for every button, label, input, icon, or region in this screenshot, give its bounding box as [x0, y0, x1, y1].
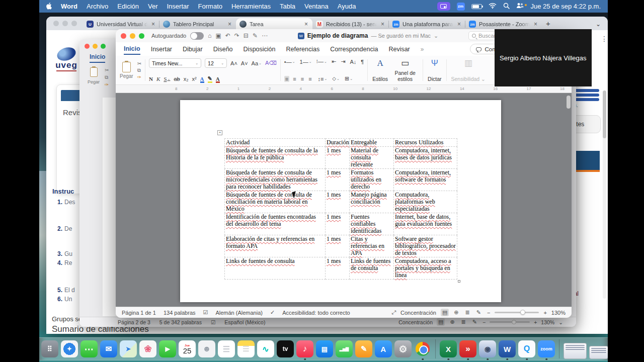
strikethrough-button[interactable]: ab — [174, 76, 180, 82]
table-cell[interactable]: 1 mes — [326, 147, 350, 169]
screen-share-icon[interactable] — [437, 2, 450, 11]
table-cell[interactable]: Elaboración de citas y referencias en fo… — [225, 235, 326, 257]
back-focus-label[interactable]: Concentración — [398, 319, 433, 325]
back-word-count[interactable]: 5 de 342 palabras — [159, 319, 202, 325]
back-tab-inicio[interactable]: Inicio — [90, 53, 105, 63]
menu-archivo[interactable]: Archivo — [87, 3, 108, 10]
dock-mail-icon[interactable]: ✉ — [100, 340, 117, 357]
dock-safari-icon[interactable]: ✦ — [61, 340, 78, 357]
pen-icon[interactable]: ✎ — [253, 32, 258, 39]
bold-button[interactable]: N — [149, 76, 153, 82]
dock-launchpad-icon[interactable]: ⠿ — [41, 340, 58, 357]
ribbon-tab-diseño[interactable]: Diseño — [213, 44, 233, 54]
focus-mode-label[interactable]: Concentración — [400, 310, 436, 316]
table-cell[interactable]: 1 mes — [326, 257, 350, 280]
undo-icon[interactable]: ↶ — [225, 32, 230, 39]
wifi-icon[interactable] — [489, 3, 497, 10]
menu-herramientas[interactable]: Herramientas — [231, 3, 271, 10]
font-size-select[interactable]: 12⌄ — [205, 58, 227, 68]
back-page-indicator[interactable]: Página 2 de 3 — [118, 319, 150, 325]
zoom-out-icon[interactable]: − — [487, 310, 490, 316]
zoom-in-icon[interactable]: + — [543, 310, 546, 316]
underline-button[interactable]: S⌄ — [164, 76, 170, 82]
zoom-in-icon[interactable]: + — [534, 319, 537, 325]
change-case-button[interactable]: Aa⌄ — [252, 60, 262, 66]
dock-photo-booth-icon[interactable]: ◉ — [479, 340, 496, 357]
font-name-select[interactable]: Times New...⌄ — [149, 58, 201, 68]
apple-menu-icon[interactable] — [46, 3, 53, 10]
dictate-button[interactable]: Ψ Dictar — [428, 58, 441, 82]
table-cell[interactable]: Manejo página conciliación — [350, 191, 394, 213]
word-count[interactable]: 134 palabras — [164, 310, 196, 316]
table-cell[interactable]: Búsqueda de fuentes de consulta de la Hi… — [225, 147, 326, 169]
more-icon[interactable]: ⋯ — [262, 32, 268, 39]
document-title[interactable]: Ejemplo de diagrama — [307, 32, 368, 39]
ribbon-tab-disposición[interactable]: Disposición — [244, 44, 276, 54]
table-header-cell[interactable]: Entregable — [350, 139, 394, 147]
outdent-button[interactable]: ⇤ — [332, 58, 336, 65]
browser-tab-2[interactable]: Tablero Principal× — [159, 18, 236, 30]
tab-close-icon[interactable]: × — [533, 21, 538, 28]
dock-notes-icon[interactable]: ☰ — [237, 340, 255, 357]
subscript-button[interactable]: x₂ — [184, 76, 189, 82]
tab-close-icon[interactable]: × — [303, 21, 309, 28]
back-language[interactable]: Español (México) — [224, 319, 265, 325]
home-icon[interactable]: ⌂ — [208, 32, 211, 39]
text-effects-button[interactable]: A — [200, 76, 204, 82]
table-cell[interactable]: Links de fuentes de consulta — [225, 257, 326, 280]
browser-tab-3[interactable]: Tarea× — [236, 18, 312, 30]
dock-excel-icon[interactable]: X — [440, 340, 457, 357]
autosave-toggle[interactable] — [190, 32, 204, 40]
zoom-participant-tile[interactable]: Sergio Alberto Nájera Villegas — [495, 29, 592, 86]
browser-menu-icon[interactable]: ⋮ — [601, 35, 608, 43]
clear-format-button[interactable]: A⌫ — [265, 60, 277, 66]
table-cell[interactable]: Links de fuentes de consulta — [350, 257, 394, 280]
dock-settings-icon[interactable]: ⚙ — [394, 340, 412, 357]
paste-button[interactable]: Pegar — [120, 62, 133, 79]
alignment-buttons[interactable]: ≡ ≡ ≡ ≡ — [284, 76, 313, 82]
bullet-list-button[interactable]: •—⌄ — [284, 59, 295, 65]
table-cell[interactable]: Fuentes confiables identificadas — [350, 213, 394, 235]
browser-window-controls[interactable] — [53, 21, 77, 26]
proofing-icon[interactable]: ☑ — [203, 309, 208, 316]
dock-appletv-icon[interactable]: tv — [277, 340, 294, 357]
dock-chrome-icon[interactable] — [414, 340, 431, 357]
sort-button[interactable]: A↓ — [350, 59, 356, 65]
proofing-icon[interactable]: ☑ — [211, 319, 215, 325]
table-cell[interactable]: Formatos utilizados en derecho — [350, 169, 394, 191]
zoom-out-icon[interactable]: − — [482, 319, 486, 325]
print-icon[interactable]: ⊟ — [244, 32, 249, 39]
menu-edición[interactable]: Edición — [117, 3, 139, 10]
menu-tabla[interactable]: Tabla — [280, 3, 295, 10]
page-indicator[interactable]: Página 1 de 1 — [122, 310, 156, 316]
dock-maps-icon[interactable]: ➤ — [120, 340, 137, 357]
table-header-cell[interactable]: Recursos Utilizados — [394, 139, 457, 147]
sensitivity-button[interactable]: ▥ Sensibilidad ⌄ — [451, 58, 486, 82]
tab-strip-chevron-icon[interactable]: ⌄ — [596, 21, 601, 28]
dock-calendar-icon[interactable]: Jue25 — [179, 340, 196, 357]
battery-icon[interactable] — [471, 4, 482, 9]
ribbon-tab-insertar[interactable]: Insertar — [151, 44, 172, 54]
back-view-switcher[interactable]: ▤ ⊕ ≣ ✎ — [437, 318, 478, 326]
view-switcher[interactable]: ▤ ⊕ ≣ ✎ — [441, 309, 482, 316]
table-cell[interactable]: Computadora, plataformas web especializa… — [394, 191, 457, 213]
table-cell[interactable]: Citas y referencias en APA — [350, 235, 394, 257]
dock-keynote-icon[interactable]: ▤ — [316, 340, 333, 357]
spotlight-search-icon[interactable] — [503, 3, 510, 11]
table-cell[interactable]: Búsqueda de fuentes de consulta de micro… — [225, 169, 326, 191]
ribbon-tab-correspondencia[interactable]: Correspondencia — [330, 44, 378, 54]
user-switch-icon[interactable] — [516, 3, 524, 10]
focus-expand-icon[interactable]: ⤢ — [391, 309, 396, 316]
copy-icon[interactable]: ⧉ — [105, 74, 109, 80]
pilcrow-button[interactable]: ¶ — [361, 59, 364, 65]
table-header-cell[interactable]: Actividad — [225, 139, 326, 147]
table-cell[interactable]: Búsqueda de fuentes de consulta de conci… — [225, 191, 326, 213]
table-cell[interactable]: 1 mes — [326, 191, 350, 213]
dock-photos-icon[interactable]: ❀ — [139, 340, 156, 357]
table-cell[interactable]: 1 mes — [326, 235, 350, 257]
ribbon-tab-inicio[interactable]: Inicio — [124, 43, 140, 55]
table-header-cell[interactable]: Duración — [326, 139, 350, 147]
dock-facetime-icon[interactable]: ▶ — [159, 340, 176, 357]
table-cell[interactable]: Material de consulta relevante — [350, 147, 394, 169]
new-tab-button[interactable]: + — [546, 19, 550, 28]
